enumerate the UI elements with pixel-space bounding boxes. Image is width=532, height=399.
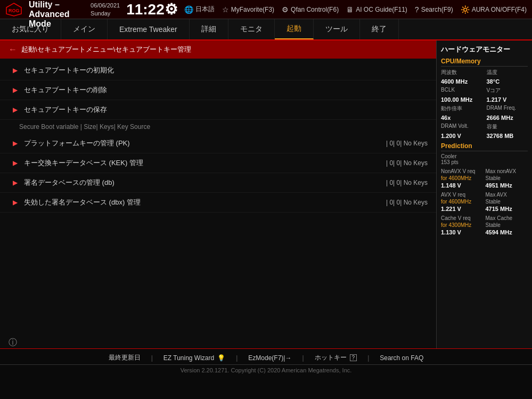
nav-tools[interactable]: ツール: [314, 19, 360, 39]
menu-item-kek[interactable]: ▶ キー交換キーデータベース (KEK) 管理 | 0| 0| No Keys: [0, 153, 436, 173]
hardware-monitor-panel: ハードウェアモニター CPU/Memory 周波数 温度 4600 MHz 38…: [436, 40, 532, 348]
back-arrow-icon[interactable]: ←: [9, 45, 17, 54]
fan-icon: ⚙: [282, 5, 289, 14]
nav-monitor[interactable]: モニタ: [228, 19, 275, 39]
freq-value: 4600 MHz: [441, 78, 482, 85]
ez-tuning-icon: 💡: [217, 354, 225, 362]
nav-details[interactable]: 詳細: [190, 19, 228, 39]
menu-item-cols-5: | 0| 0| No Keys: [386, 179, 428, 186]
menu-item-init[interactable]: ▶ セキュアブートキーの初期化: [0, 61, 436, 80]
ratio-label: 動作倍率: [441, 105, 482, 112]
avx-freq-value: 4715 MHz: [486, 206, 528, 212]
favorite-icon: ☆: [222, 5, 229, 14]
nav-boot[interactable]: 起動: [275, 19, 314, 39]
separator-2: |: [236, 354, 238, 362]
faq-item[interactable]: Search on FAQ: [380, 354, 423, 362]
separator-3: |: [302, 354, 304, 362]
avx-prediction: AVX V req Max AVX for 4600MHz Stable 1.2…: [441, 192, 528, 212]
myfavorite-control[interactable]: ☆ MyFavorite(F3): [222, 5, 274, 14]
header-controls: 🌐 日本語 ☆ MyFavorite(F3) ⚙ Qfan Control(F6…: [184, 5, 527, 14]
ai-icon: 🖥: [346, 5, 354, 14]
menu-item-label-3: プラットフォームキーの管理 (PK): [24, 139, 382, 148]
ezmode-item[interactable]: EzMode(F7)|→: [248, 354, 291, 362]
cache-stable-label: Stable: [486, 222, 528, 228]
capacity-value: 32768 MB: [487, 133, 528, 139]
bottom-bar: 最終更新日 | EZ Tuning Wizard 💡 | EzMode(F7)|…: [0, 348, 532, 378]
avx-volt-value: 1.221 V: [441, 206, 484, 212]
menu-item-label-5: 署名データベースの管理 (db): [24, 178, 382, 188]
content-panel: ← 起動\セキュアブートメニュー\セキュアブートキー管理 ▶ セキュアブートキー…: [0, 40, 436, 348]
cache-freq-value: 4594 MHz: [486, 229, 528, 235]
qfan-control[interactable]: ⚙ Qfan Control(F6): [282, 5, 339, 14]
language-control[interactable]: 🌐 日本語: [184, 5, 215, 14]
ez-tuning-label: EZ Tuning Wizard: [163, 354, 214, 362]
menu-item-db[interactable]: ▶ 署名データベースの管理 (db) | 0| 0| No Keys: [0, 173, 436, 193]
menu-item-save[interactable]: ▶ セキュアブートキーの保存: [0, 100, 436, 120]
expand-icon-0: ▶: [13, 67, 18, 74]
ez-tuning-item[interactable]: EZ Tuning Wizard 💡: [163, 354, 225, 362]
cooler-info: Cooler 153 pts: [441, 153, 528, 165]
cooler-label: Cooler: [441, 153, 528, 159]
dramvolt-label: DRAM Volt.: [441, 123, 482, 131]
copyright-text: Version 2.20.1271. Copyright (C) 2020 Am…: [0, 365, 532, 376]
last-update-item[interactable]: 最終更新日: [109, 353, 141, 362]
monitor-title: ハードウェアモニター: [441, 45, 528, 54]
avx-req-label: AVX V req: [441, 192, 484, 198]
dramvolt-value: 1.200 V: [441, 133, 482, 139]
menu-item-cols-3: | 0| 0| No Keys: [386, 140, 428, 147]
aioc-control[interactable]: 🖥 AI OC Guide(F11): [346, 5, 407, 14]
breadcrumb-text: 起動\セキュアブートメニュー\セキュアブートキー管理: [21, 45, 191, 54]
menu-item-label-6: 失効した署名データベース (dbx) 管理: [24, 198, 382, 207]
cache-req-label: Cache V req: [441, 215, 484, 221]
nav-exit[interactable]: 終了: [360, 19, 399, 39]
nav-main[interactable]: メイン: [61, 19, 108, 39]
temp-value: 38°C: [487, 78, 528, 85]
nav-bar: お気に入り メイン Extreme Tweaker 詳細 モニタ 起動 ツール …: [0, 19, 532, 40]
separator-1: |: [151, 354, 153, 362]
menu-item-label-4: キー交換キーデータベース (KEK) 管理: [24, 158, 382, 168]
max-cache-label: Max Cache: [486, 215, 528, 221]
menu-item-delete[interactable]: ▶ セキュアブートキーの削除: [0, 80, 436, 100]
hotkey-item[interactable]: ホットキー ?: [315, 353, 357, 362]
temp-label: 温度: [487, 69, 528, 76]
aura-control[interactable]: 🔆 AURA ON/OFF(F4): [461, 5, 527, 14]
cpu-memory-grid: 周波数 温度 4600 MHz 38°C BCLK Vコア 100.00 MHz…: [441, 69, 528, 139]
cache-prediction: Cache V req Max Cache for 4300MHz Stable…: [441, 215, 528, 235]
time-display: 11:22⚙: [126, 1, 178, 18]
svg-text:ROG: ROG: [9, 8, 20, 13]
menu-item-dbx[interactable]: ▶ 失効した署名データベース (dbx) 管理 | 0| 0| No Keys: [0, 193, 436, 213]
search-control[interactable]: ? Search(F9): [415, 5, 453, 14]
info-icon[interactable]: ⓘ: [9, 337, 17, 348]
expand-icon-4: ▶: [13, 159, 18, 167]
nonavx-freq-value: 4951 MHz: [486, 182, 528, 189]
main-layout: ← 起動\セキュアブートメニュー\セキュアブートキー管理 ▶ セキュアブートキー…: [0, 40, 532, 348]
cache-volt-value: 1.130 V: [441, 229, 484, 235]
breadcrumb: ← 起動\セキュアブートメニュー\セキュアブートキー管理: [0, 40, 436, 59]
expand-icon-6: ▶: [13, 199, 18, 206]
cpu-memory-section: CPU/Memory: [441, 58, 528, 67]
expand-icon-2: ▶: [13, 106, 18, 113]
menu-item-pk[interactable]: ▶ プラットフォームキーの管理 (PK) | 0| 0| No Keys: [0, 134, 436, 153]
expand-icon-1: ▶: [13, 86, 18, 94]
last-update-label: 最終更新日: [109, 353, 141, 362]
dramfreq-label: DRAM Freq.: [487, 105, 528, 112]
capacity-label: 容量: [487, 123, 528, 131]
max-nonavx-label: Max nonAVX: [486, 168, 528, 174]
max-avx-label: Max AVX: [486, 192, 528, 198]
bottom-toolbar: 最終更新日 | EZ Tuning Wizard 💡 | EzMode(F7)|…: [0, 351, 532, 365]
faq-label: Search on FAQ: [380, 354, 423, 362]
nonavx-volt-value: 1.148 V: [441, 182, 484, 189]
menu-item-label-2: セキュアブートキーの保存: [24, 105, 428, 115]
menu-list: ▶ セキュアブートキーの初期化 ▶ セキュアブートキーの削除 ▶ セキュアブート…: [0, 59, 436, 215]
hotkey-label: ホットキー: [315, 353, 347, 362]
avx-freq-label: for 4600MHz: [441, 199, 484, 205]
nonavx-stable-label: Stable: [486, 175, 528, 181]
bclk-label: BCLK: [441, 87, 482, 94]
freq-label: 周波数: [441, 69, 482, 76]
nonavx-req-label: NonAVX V req: [441, 168, 484, 174]
nav-extreme-tweaker[interactable]: Extreme Tweaker: [108, 19, 190, 39]
menu-item-cols-6: | 0| 0| No Keys: [386, 199, 428, 206]
expand-icon-5: ▶: [13, 179, 18, 186]
nav-favorites[interactable]: お気に入り: [0, 19, 61, 39]
header-bar: ROG UEFI BIOS Utility – Advanced Mode 06…: [0, 0, 532, 19]
